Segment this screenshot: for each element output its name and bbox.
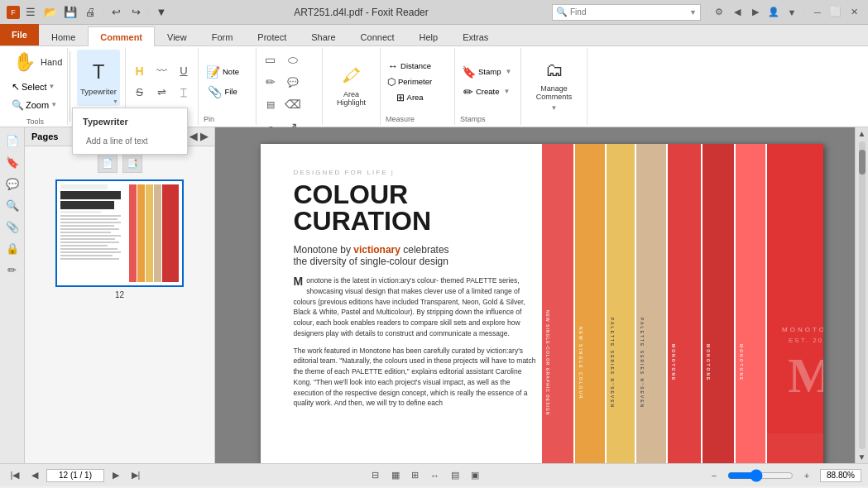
- typewriter-btn[interactable]: T Typewriter ▼: [77, 50, 120, 106]
- note-btn[interactable]: 📝 Note: [204, 65, 242, 79]
- next-page-btn[interactable]: ▶: [108, 468, 124, 483]
- user-btn[interactable]: 👤: [766, 5, 781, 20]
- prev-page-btn[interactable]: ◀: [26, 468, 43, 483]
- sidebar-security-icon[interactable]: 🔒: [2, 238, 22, 258]
- dropdown-btn[interactable]: ▼: [784, 5, 799, 20]
- bookmark-icon-1[interactable]: 📄: [98, 153, 117, 173]
- typewriter-dropdown-icon[interactable]: ▼: [113, 98, 118, 104]
- scroll-up-btn[interactable]: ▲: [856, 127, 868, 140]
- highlight-btn[interactable]: H: [130, 61, 150, 81]
- zoom-input[interactable]: [820, 469, 861, 482]
- manage-content: 🗂 ManageComments ▼: [526, 50, 583, 122]
- underline-btn[interactable]: U: [174, 61, 194, 81]
- fit-width-btn[interactable]: ↔: [427, 468, 444, 483]
- settings-btn[interactable]: ⚙: [712, 5, 727, 20]
- select-btn[interactable]: ↖ Select ▼: [8, 79, 59, 94]
- create-btn[interactable]: ✏ Create ▼: [462, 84, 511, 99]
- bookmark-icon-2[interactable]: 📑: [122, 153, 142, 173]
- save-btn[interactable]: 💾: [61, 3, 79, 22]
- minimize-btn[interactable]: ─: [810, 5, 825, 20]
- search-bar[interactable]: 🔍 ▼: [552, 4, 701, 21]
- sidebar-search-icon[interactable]: 🔍: [2, 195, 22, 215]
- rectangle-btn[interactable]: ▭: [261, 50, 281, 69]
- tab-comment[interactable]: Comment: [88, 26, 155, 46]
- tab-view[interactable]: View: [155, 26, 199, 46]
- scroll-track[interactable]: [859, 141, 866, 449]
- new-btn[interactable]: ☰: [22, 3, 40, 22]
- undo-btn[interactable]: ↩: [107, 3, 125, 22]
- area-btn[interactable]: ⊞ Area: [395, 91, 425, 104]
- squiggly-btn[interactable]: 〰: [151, 61, 171, 81]
- text-markup-grid: H 〰 U S ⇌ ⌶: [130, 61, 194, 103]
- two-page-btn[interactable]: ▣: [467, 468, 483, 483]
- print-btn[interactable]: 🖨: [81, 3, 99, 22]
- page-thumbnail[interactable]: [55, 179, 184, 287]
- area-highlight-btn[interactable]: 🖍 AreaHighlight: [327, 58, 376, 114]
- redo-btn[interactable]: ↪: [127, 3, 145, 22]
- tab-connect[interactable]: Connect: [348, 26, 407, 46]
- replace-text-btn[interactable]: ⇌: [151, 83, 171, 103]
- typewriter-menu-sub[interactable]: Add a line of text: [73, 132, 187, 151]
- more-btn[interactable]: ▼: [152, 3, 170, 22]
- search-input[interactable]: [570, 7, 687, 17]
- panel-menu-icon[interactable]: ▶: [200, 131, 208, 142]
- tab-extras[interactable]: Extras: [450, 26, 501, 46]
- next-view-btn[interactable]: ▶: [748, 5, 763, 20]
- page-input[interactable]: [46, 469, 104, 482]
- pdf-area[interactable]: DESIGNED FOR LIFE | COLOURCURATION Monot…: [215, 127, 868, 463]
- hand-icon: ✋: [13, 51, 36, 73]
- sidebar-pages-icon[interactable]: 📄: [2, 131, 22, 151]
- typewriter-menu-header[interactable]: Typewriter: [73, 112, 187, 132]
- first-page-btn[interactable]: |◀: [7, 468, 23, 483]
- tab-help[interactable]: Help: [407, 26, 451, 46]
- create-dropdown-icon[interactable]: ▼: [503, 88, 510, 95]
- distance-btn[interactable]: ↔ Distance: [386, 60, 433, 73]
- eraser-btn[interactable]: ⌫: [283, 94, 303, 114]
- open-btn[interactable]: 📂: [41, 3, 60, 22]
- select-dropdown-icon[interactable]: ▼: [49, 83, 55, 90]
- view-mode-1[interactable]: ⊟: [367, 468, 384, 483]
- zoom-dropdown-icon[interactable]: ▼: [50, 101, 57, 108]
- scroll-down-btn[interactable]: ▼: [856, 451, 868, 463]
- zoom-slider[interactable]: [727, 469, 794, 482]
- manage-dropdown-icon[interactable]: ▼: [551, 104, 558, 112]
- callout-btn[interactable]: 💬: [283, 72, 303, 92]
- file-btn[interactable]: 📎 File: [205, 84, 239, 99]
- sidebar-edit-icon[interactable]: ✏: [2, 260, 22, 280]
- tab-home[interactable]: Home: [39, 26, 88, 46]
- zoom-btn[interactable]: 🔍 Zoom ▼: [8, 98, 60, 112]
- scroll-thumb[interactable]: [859, 150, 866, 175]
- continuous-btn[interactable]: ▤: [447, 468, 463, 483]
- sidebar-bookmarks-icon[interactable]: 🔖: [2, 152, 22, 172]
- stamp-btn[interactable]: 🔖 Stamp ▼: [460, 65, 513, 79]
- zoom-in-btn[interactable]: +: [798, 468, 815, 483]
- typewriter-group: T Typewriter ▼ Ty Typewriter Add a line …: [72, 48, 126, 125]
- tab-file[interactable]: File: [0, 24, 39, 45]
- tab-protect[interactable]: Protect: [245, 26, 299, 46]
- strikethrough-btn[interactable]: S: [130, 83, 150, 103]
- tab-form[interactable]: Form: [199, 26, 246, 46]
- panel-expand-icon[interactable]: ◀: [189, 131, 197, 142]
- hand-tool-btn[interactable]: ✋ Hand: [8, 48, 65, 76]
- sidebar-comments-icon[interactable]: 💬: [2, 174, 22, 194]
- prev-view-btn[interactable]: ◀: [730, 5, 745, 20]
- manage-comments-btn[interactable]: 🗂 ManageComments ▼: [526, 58, 583, 114]
- typewriter-icon: T: [93, 60, 105, 84]
- view-mode-3[interactable]: ⊞: [407, 468, 424, 483]
- view-mode-2[interactable]: ▦: [387, 468, 404, 483]
- search-dropdown-icon[interactable]: ▼: [689, 8, 697, 17]
- textbox-btn[interactable]: ▤: [261, 94, 281, 114]
- tab-share[interactable]: Share: [299, 26, 348, 46]
- insert-text-btn[interactable]: ⌶: [174, 83, 194, 103]
- oval-btn[interactable]: ⬭: [283, 50, 303, 69]
- right-scrollbar[interactable]: ▲ ▼: [855, 127, 868, 463]
- tools-group: ✋ Hand ↖ Select ▼ 🔍 Zoom ▼ Tools: [3, 48, 68, 125]
- pencil-btn[interactable]: ✏: [261, 72, 281, 92]
- perimeter-btn[interactable]: ⬡ Perimeter: [386, 75, 434, 89]
- last-page-btn[interactable]: ▶|: [127, 468, 144, 483]
- zoom-out-btn[interactable]: −: [706, 468, 722, 483]
- close-btn[interactable]: ✕: [846, 5, 861, 20]
- sidebar-attachments-icon[interactable]: 📎: [2, 217, 22, 237]
- stamp-dropdown-icon[interactable]: ▼: [505, 68, 511, 75]
- restore-btn[interactable]: ⬜: [828, 5, 843, 20]
